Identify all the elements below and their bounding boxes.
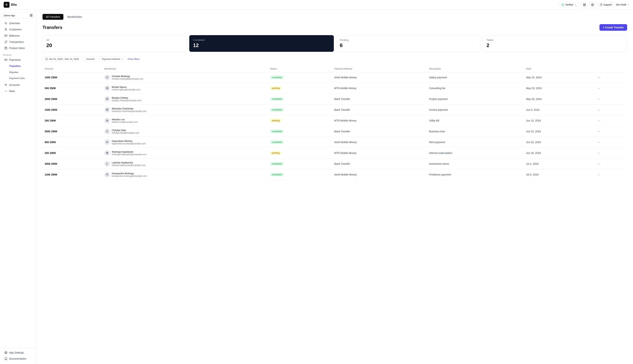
sidebar-item-payments[interactable]: Payments [2, 57, 35, 63]
stat-card-all[interactable]: All 20 [43, 35, 187, 52]
logo-text: Bila [11, 3, 17, 6]
overview-label: Overview [9, 22, 20, 25]
row-more-button[interactable]: ··· [596, 162, 601, 166]
sidebar-item-transfers[interactable]: Transfers [2, 63, 35, 69]
tab-beneficiaries[interactable]: Beneficiaries [64, 14, 85, 20]
sidebar-item-overview[interactable]: Overview [2, 20, 35, 26]
cell-description: Salary payment [427, 72, 524, 83]
dev-draft-btn[interactable]: Dev Draft [616, 3, 629, 6]
row-more-button[interactable]: ··· [596, 140, 601, 144]
status-badge: completed [270, 97, 284, 101]
cell-more: ··· [594, 169, 627, 180]
sidebar-item-app-settings[interactable]: App Settings [2, 350, 35, 356]
cell-description: Investment return [427, 158, 524, 169]
create-transfer-button[interactable]: + Create Transfer [599, 24, 627, 31]
status-badge: pending [270, 151, 282, 155]
cell-beneficiary: L Lubinda Haabazoka lubinda.haabazoka@ex… [102, 158, 268, 169]
payment-method-filter-label: Payment method [102, 58, 120, 60]
avatar: K [104, 140, 110, 145]
cell-status: completed [268, 72, 332, 83]
sidebar-item-transactions[interactable]: Transactions [2, 39, 35, 45]
sidebar-item-documentation[interactable]: Documentation [2, 356, 35, 362]
row-more-button[interactable]: ··· [596, 97, 601, 102]
svg-rect-11 [31, 16, 32, 16]
top-bar: B Bila Verified [0, 0, 633, 10]
svg-point-21 [7, 91, 7, 91]
col-header-beneficiary: Beneficiary [102, 66, 268, 72]
cell-date: May 25, 2024 [524, 94, 594, 104]
bene-name: Lubinda Haabazoka [112, 161, 145, 164]
verified-badge[interactable]: Verified [559, 2, 579, 7]
payments-label: Payments [9, 58, 21, 61]
stat-card-pending[interactable]: Pending 6 [336, 35, 481, 52]
sidebar-item-customers[interactable]: Customers [2, 26, 35, 32]
avatar: C [104, 75, 110, 80]
transfers-table: AmountBeneficiaryStatusPayment MethodDes… [43, 66, 627, 180]
payment-method-filter-btn[interactable]: Payment method [99, 56, 126, 62]
bene-name: Bwalya Chibwe [112, 96, 141, 99]
bene-email: chilufya.sata@example.com [112, 132, 139, 134]
lock-icon [561, 3, 564, 6]
bene-email: lubinda.haabazoka@example.com [112, 164, 145, 166]
tab-all-transfers[interactable]: All Transfers [43, 14, 63, 20]
avatar: M [104, 107, 110, 112]
payment-icon [5, 58, 7, 61]
svg-rect-0 [562, 5, 564, 6]
row-more-button[interactable]: ··· [596, 129, 601, 134]
support-btn[interactable]: Support [597, 2, 614, 7]
cell-payment-method: Bank Transfer [332, 104, 427, 115]
cell-beneficiary: M Mulenga Kapwepwe mulenga.kapwepwe@exam… [102, 148, 268, 158]
stat-label: Completed [193, 38, 330, 41]
cell-amount: 500 ZMW [43, 83, 102, 94]
demo-app-selector[interactable]: Demo App [2, 12, 35, 18]
row-more-button[interactable]: ··· [596, 118, 601, 123]
sidebar-item-balances[interactable]: Balances [2, 33, 35, 38]
stat-card-completed[interactable]: Completed 12 [189, 35, 334, 52]
cell-date: Jun 10, 2024 [524, 115, 594, 126]
sidebar-item-payment-links[interactable]: Payment Links [2, 76, 35, 81]
bene-name: Chanda Mulenga [112, 75, 143, 78]
page-title: Transfers [43, 25, 62, 30]
sidebar-item-more[interactable]: More [2, 88, 35, 94]
cell-payment-method: MTN Mobile Money [332, 83, 427, 94]
table-row: 300 ZMW N Nkandu Luo nkandu.luo@example.… [43, 115, 627, 126]
cell-amount: 3000 ZMW [43, 158, 102, 169]
layout-icon-btn[interactable] [581, 2, 587, 8]
clear-filters-btn[interactable]: Clear filters [128, 58, 140, 60]
payment-links-label: Payment Links [9, 77, 25, 80]
svg-rect-3 [583, 5, 584, 6]
account-icon [5, 84, 7, 86]
transfer-icon [5, 40, 7, 43]
cell-beneficiary: K Kampamba Mulenga kampamba.mulenga@exam… [102, 169, 268, 180]
table-row: 800 ZMW K Kapambwe Mumba kapambwe.mumba@… [43, 137, 627, 148]
row-more-button[interactable]: ··· [596, 108, 601, 112]
sidebar-item-disputes[interactable]: Disputes [2, 69, 35, 75]
cell-payment-method: Bank Transfer [332, 94, 427, 104]
transfers-label: Transfers [9, 64, 21, 68]
row-more-button[interactable]: ··· [596, 151, 601, 155]
row-more-button[interactable]: ··· [596, 75, 601, 80]
svg-rect-8 [30, 14, 31, 15]
avatar: B [104, 96, 110, 102]
bene-email: mulenga.kapwepwe@example.com [112, 153, 147, 156]
stat-card-failed[interactable]: Failed 2 [483, 35, 627, 52]
svg-rect-13 [5, 35, 7, 36]
disputes-label: Disputes [9, 71, 19, 74]
cell-more: ··· [594, 115, 627, 126]
cell-payment-method: MTN Mobile Money [332, 148, 427, 158]
cell-date: Jun 5, 2024 [524, 104, 594, 115]
amount-filter-btn[interactable]: Amount [84, 56, 97, 62]
bene-email: kapambwe.mumba@example.com [112, 142, 146, 145]
sidebar-item-accounts[interactable]: Accounts [2, 82, 35, 88]
col-header-payment-method: Payment Method [332, 66, 427, 72]
status-badge: completed [270, 108, 284, 112]
sidebar-item-product-store[interactable]: Product Store [2, 45, 35, 51]
date-filter-btn[interactable]: Jan 01, 2024 - Dec 31, 2024 [43, 56, 82, 62]
svg-rect-16 [5, 59, 7, 60]
row-more-button[interactable]: ··· [596, 172, 601, 177]
table-row: 2000 ZMW B Bwalya Chibwe bwalya.chibwe@e… [43, 94, 627, 104]
row-more-button[interactable]: ··· [596, 86, 601, 90]
settings-icon-btn[interactable] [589, 2, 596, 8]
cell-amount: 5000 ZMW [43, 126, 102, 137]
cell-description: Project payment [427, 94, 524, 104]
